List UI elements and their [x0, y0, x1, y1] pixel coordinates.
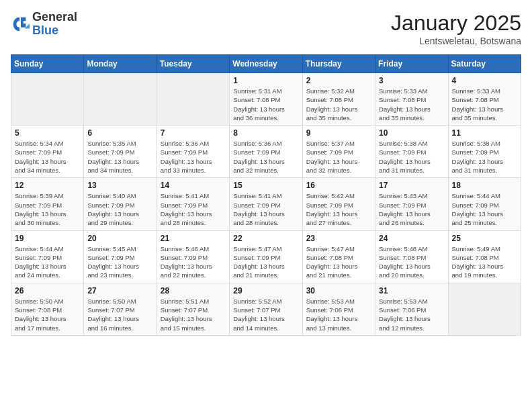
day-cell: 27Sunrise: 5:50 AM Sunset: 7:07 PM Dayli…	[84, 283, 157, 335]
day-cell: 12Sunrise: 5:39 AM Sunset: 7:09 PM Dayli…	[11, 178, 84, 230]
day-cell: 19Sunrise: 5:44 AM Sunset: 7:09 PM Dayli…	[11, 230, 84, 283]
day-number: 15	[233, 181, 298, 190]
weekday-header-wednesday: Wednesday	[230, 55, 302, 73]
day-info: Sunrise: 5:45 AM Sunset: 7:09 PM Dayligh…	[87, 244, 152, 280]
day-cell: 30Sunrise: 5:53 AM Sunset: 7:06 PM Dayli…	[302, 283, 375, 335]
day-number: 14	[161, 181, 226, 190]
page-header: General Blue January 2025 Lentsweletau, …	[11, 11, 521, 46]
day-cell	[448, 283, 521, 335]
day-info: Sunrise: 5:36 AM Sunset: 7:09 PM Dayligh…	[233, 139, 298, 175]
day-number: 26	[15, 286, 80, 295]
day-info: Sunrise: 5:31 AM Sunset: 7:08 PM Dayligh…	[233, 87, 298, 122]
month-title: January 2025	[391, 11, 521, 36]
day-number: 20	[87, 234, 152, 243]
day-cell: 7Sunrise: 5:36 AM Sunset: 7:09 PM Daylig…	[157, 126, 229, 178]
day-info: Sunrise: 5:35 AM Sunset: 7:09 PM Dayligh…	[87, 139, 152, 175]
day-info: Sunrise: 5:41 AM Sunset: 7:09 PM Dayligh…	[161, 191, 226, 227]
day-number: 9	[306, 128, 371, 138]
day-info: Sunrise: 5:40 AM Sunset: 7:09 PM Dayligh…	[87, 191, 152, 227]
day-number: 2	[306, 76, 371, 85]
day-number: 18	[452, 181, 517, 190]
weekday-header-thursday: Thursday	[302, 55, 375, 73]
day-cell: 24Sunrise: 5:48 AM Sunset: 7:08 PM Dayli…	[375, 230, 448, 283]
day-info: Sunrise: 5:33 AM Sunset: 7:08 PM Dayligh…	[452, 87, 517, 122]
logo: General Blue	[11, 11, 77, 38]
day-info: Sunrise: 5:48 AM Sunset: 7:08 PM Dayligh…	[379, 244, 444, 280]
day-info: Sunrise: 5:50 AM Sunset: 7:08 PM Dayligh…	[15, 297, 80, 332]
calendar-table: SundayMondayTuesdayWednesdayThursdayFrid…	[11, 54, 521, 336]
day-number: 21	[161, 234, 226, 243]
day-cell: 25Sunrise: 5:49 AM Sunset: 7:08 PM Dayli…	[448, 230, 521, 283]
day-cell: 20Sunrise: 5:45 AM Sunset: 7:09 PM Dayli…	[84, 230, 157, 283]
day-info: Sunrise: 5:47 AM Sunset: 7:09 PM Dayligh…	[233, 244, 298, 280]
title-block: January 2025 Lentsweletau, Botswana	[391, 11, 521, 46]
day-number: 3	[379, 76, 444, 85]
day-number: 23	[306, 234, 371, 243]
day-cell	[11, 73, 84, 126]
day-cell: 1Sunrise: 5:31 AM Sunset: 7:08 PM Daylig…	[230, 73, 302, 126]
day-cell	[157, 73, 229, 126]
logo-general-text: General	[32, 11, 77, 24]
day-number: 12	[15, 181, 80, 190]
day-cell: 9Sunrise: 5:37 AM Sunset: 7:09 PM Daylig…	[302, 126, 375, 178]
day-number: 24	[379, 234, 444, 243]
day-cell: 29Sunrise: 5:52 AM Sunset: 7:07 PM Dayli…	[230, 283, 302, 335]
day-number: 29	[233, 286, 298, 295]
day-cell: 17Sunrise: 5:43 AM Sunset: 7:09 PM Dayli…	[375, 178, 448, 230]
day-cell: 26Sunrise: 5:50 AM Sunset: 7:08 PM Dayli…	[11, 283, 84, 335]
day-cell: 11Sunrise: 5:38 AM Sunset: 7:09 PM Dayli…	[448, 126, 521, 178]
day-number: 4	[452, 76, 517, 85]
day-info: Sunrise: 5:37 AM Sunset: 7:09 PM Dayligh…	[306, 139, 371, 175]
day-cell: 3Sunrise: 5:33 AM Sunset: 7:08 PM Daylig…	[375, 73, 448, 126]
day-number: 11	[452, 128, 517, 138]
day-number: 6	[87, 128, 152, 138]
day-number: 16	[306, 181, 371, 190]
day-number: 22	[233, 234, 298, 243]
day-cell: 21Sunrise: 5:46 AM Sunset: 7:09 PM Dayli…	[157, 230, 229, 283]
day-number: 10	[379, 128, 444, 138]
day-cell: 8Sunrise: 5:36 AM Sunset: 7:09 PM Daylig…	[230, 126, 302, 178]
day-info: Sunrise: 5:49 AM Sunset: 7:08 PM Dayligh…	[452, 244, 517, 280]
day-info: Sunrise: 5:43 AM Sunset: 7:09 PM Dayligh…	[379, 191, 444, 227]
day-info: Sunrise: 5:42 AM Sunset: 7:09 PM Dayligh…	[306, 191, 371, 227]
day-cell: 6Sunrise: 5:35 AM Sunset: 7:09 PM Daylig…	[84, 126, 157, 178]
day-cell: 16Sunrise: 5:42 AM Sunset: 7:09 PM Dayli…	[302, 178, 375, 230]
week-row-1: 1Sunrise: 5:31 AM Sunset: 7:08 PM Daylig…	[11, 73, 521, 126]
day-cell: 2Sunrise: 5:32 AM Sunset: 7:08 PM Daylig…	[302, 73, 375, 126]
day-info: Sunrise: 5:32 AM Sunset: 7:08 PM Dayligh…	[306, 87, 371, 122]
day-info: Sunrise: 5:39 AM Sunset: 7:09 PM Dayligh…	[15, 191, 80, 227]
day-info: Sunrise: 5:52 AM Sunset: 7:07 PM Dayligh…	[233, 297, 298, 332]
day-info: Sunrise: 5:44 AM Sunset: 7:09 PM Dayligh…	[452, 191, 517, 227]
weekday-header-sunday: Sunday	[11, 55, 84, 73]
week-row-4: 19Sunrise: 5:44 AM Sunset: 7:09 PM Dayli…	[11, 230, 521, 283]
day-number: 31	[379, 286, 444, 295]
day-info: Sunrise: 5:36 AM Sunset: 7:09 PM Dayligh…	[161, 139, 226, 175]
location-text: Lentsweletau, Botswana	[391, 36, 521, 46]
day-cell: 14Sunrise: 5:41 AM Sunset: 7:09 PM Dayli…	[157, 178, 229, 230]
day-cell: 4Sunrise: 5:33 AM Sunset: 7:08 PM Daylig…	[448, 73, 521, 126]
day-number: 13	[87, 181, 152, 190]
day-number: 30	[306, 286, 371, 295]
week-row-2: 5Sunrise: 5:34 AM Sunset: 7:09 PM Daylig…	[11, 126, 521, 178]
day-cell: 5Sunrise: 5:34 AM Sunset: 7:09 PM Daylig…	[11, 126, 84, 178]
day-info: Sunrise: 5:53 AM Sunset: 7:06 PM Dayligh…	[379, 297, 444, 332]
day-number: 25	[452, 234, 517, 243]
day-number: 27	[87, 286, 152, 295]
day-info: Sunrise: 5:38 AM Sunset: 7:09 PM Dayligh…	[379, 139, 444, 175]
day-number: 1	[233, 76, 298, 85]
day-number: 7	[161, 128, 226, 138]
day-cell: 31Sunrise: 5:53 AM Sunset: 7:06 PM Dayli…	[375, 283, 448, 335]
day-info: Sunrise: 5:50 AM Sunset: 7:07 PM Dayligh…	[87, 297, 152, 332]
week-row-3: 12Sunrise: 5:39 AM Sunset: 7:09 PM Dayli…	[11, 178, 521, 230]
day-info: Sunrise: 5:53 AM Sunset: 7:06 PM Dayligh…	[306, 297, 371, 332]
day-number: 19	[15, 234, 80, 243]
day-number: 28	[161, 286, 226, 295]
day-cell	[84, 73, 157, 126]
weekday-header-monday: Monday	[84, 55, 157, 73]
day-info: Sunrise: 5:47 AM Sunset: 7:08 PM Dayligh…	[306, 244, 371, 280]
day-number: 8	[233, 128, 298, 138]
day-cell: 22Sunrise: 5:47 AM Sunset: 7:09 PM Dayli…	[230, 230, 302, 283]
weekday-header-tuesday: Tuesday	[157, 55, 229, 73]
day-cell: 15Sunrise: 5:41 AM Sunset: 7:09 PM Dayli…	[230, 178, 302, 230]
day-number: 17	[379, 181, 444, 190]
